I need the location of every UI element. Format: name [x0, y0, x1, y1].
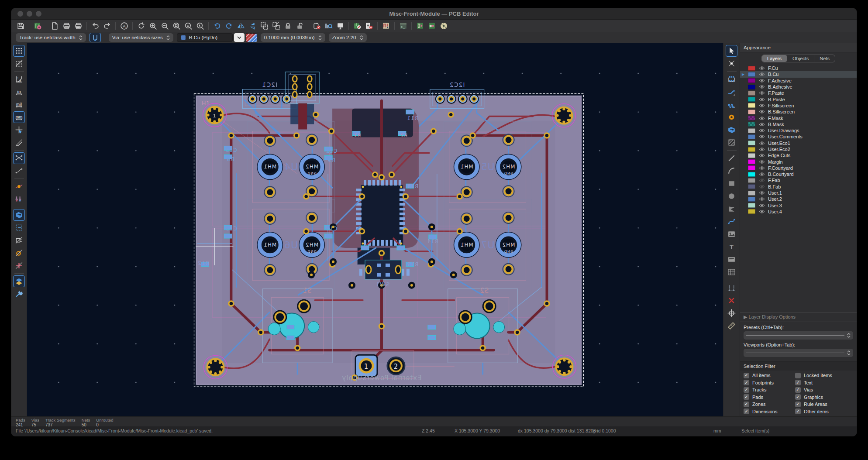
plot-button[interactable]	[72, 20, 84, 31]
filter-text[interactable]: ✓Text	[795, 380, 853, 385]
layer-row-user-eco2[interactable]: User.Eco2	[740, 146, 857, 152]
visibility-eye-icon[interactable]	[759, 122, 765, 127]
board-setup-button[interactable]	[32, 20, 43, 31]
pcb-canvas[interactable]: H11I2C1I2C2R11R1R2C13R8C12R9U4U5U6U7MH1M…	[27, 43, 723, 416]
checkbox[interactable]: ✓	[795, 409, 801, 414]
sketch-tracks[interactable]	[13, 260, 25, 271]
close-window-button[interactable]	[17, 11, 23, 17]
active-layer-select[interactable]: B.Cu (PgDn)	[177, 33, 233, 42]
layer-row-b-cu[interactable]: B.Cu	[740, 71, 857, 77]
filter-tracks[interactable]: ✓Tracks	[744, 387, 795, 393]
filter-all-items[interactable]: ✓All items	[744, 373, 795, 378]
footprint-checks-button[interactable]	[311, 20, 322, 31]
visibility-eye-icon[interactable]	[759, 116, 765, 120]
visibility-eye-icon[interactable]	[759, 85, 765, 89]
layer-row-b-fab[interactable]: B.Fab	[740, 184, 857, 190]
grid-origin-tool[interactable]	[726, 307, 737, 319]
3d-viewer-button[interactable]	[334, 20, 346, 31]
filter-graphics[interactable]: ✓Graphics	[795, 394, 853, 400]
visibility-eye-icon[interactable]	[759, 166, 765, 170]
layer-row-b-adhesive[interactable]: B.Adhesive	[740, 84, 857, 90]
layer-color-swatch[interactable]	[748, 78, 755, 83]
print-button[interactable]	[61, 20, 72, 31]
visibility-eye-icon[interactable]	[759, 191, 765, 195]
layer-color-swatch[interactable]	[748, 91, 755, 96]
layer-color-swatch[interactable]	[748, 141, 755, 145]
length-tuning-button[interactable]	[414, 20, 426, 31]
layer-pair-indicator[interactable]	[246, 33, 257, 42]
draw-arc-tool[interactable]	[726, 165, 737, 177]
filter-zones[interactable]: ✓Zones	[744, 402, 795, 407]
layer-color-swatch[interactable]	[748, 110, 755, 114]
filter-locked-items[interactable]: Locked items	[795, 373, 853, 378]
flip-vertical-button[interactable]	[247, 20, 258, 31]
zoom-select[interactable]: Zoom 2.20	[329, 33, 367, 42]
layer-color-swatch[interactable]	[748, 66, 755, 71]
redo-button[interactable]	[101, 20, 113, 31]
highlight-net-tool[interactable]	[13, 181, 25, 192]
visibility-eye-icon[interactable]	[759, 79, 765, 83]
grid-override-toggle[interactable]	[13, 58, 25, 69]
layer-row-b-silkscreen[interactable]: B.Silkscreen	[740, 109, 857, 115]
visibility-eye-icon[interactable]	[759, 185, 765, 189]
checkbox[interactable]: ✓	[795, 380, 801, 385]
visibility-eye-icon[interactable]	[759, 72, 765, 76]
draw-bezier-tool[interactable]	[726, 216, 737, 227]
visibility-eye-icon[interactable]	[759, 153, 765, 158]
track-width-select[interactable]: Track: use netclass width	[16, 33, 86, 42]
ungroup-button[interactable]	[270, 20, 282, 31]
checkbox[interactable]: ✓	[795, 387, 801, 393]
visibility-eye-icon[interactable]	[759, 97, 765, 102]
layer-row-user-eco1[interactable]: User.Eco1	[740, 140, 857, 146]
layer-color-swatch[interactable]	[748, 122, 755, 127]
checkbox[interactable]: ✓	[744, 394, 749, 400]
group-button[interactable]	[258, 20, 270, 31]
via-size-select[interactable]: Via: use netclass sizes	[109, 33, 173, 42]
drc-button[interactable]	[351, 20, 363, 31]
cursor-shape-toggle[interactable]	[13, 124, 25, 136]
layer-row-user-1[interactable]: User.1	[740, 190, 857, 196]
page-settings-button[interactable]	[49, 20, 60, 31]
layer-row-f-mask[interactable]: F.Mask	[740, 115, 857, 121]
filter-dimensions[interactable]: ✓Dimensions	[744, 409, 795, 414]
layer-row-margin[interactable]: Margin	[740, 158, 857, 165]
filter-vias[interactable]: ✓Vias	[795, 387, 853, 393]
pcb-board[interactable]: H11I2C1I2C2R11R1R2C13R8C12R9U4U5U6U7MH1M…	[27, 43, 723, 416]
checkbox[interactable]: ✓	[744, 380, 749, 385]
scripting-console-button[interactable]: >_	[397, 20, 409, 31]
layer-row-edge-cuts[interactable]: Edge.Cuts	[740, 152, 857, 158]
zone-display-outline[interactable]	[13, 222, 25, 233]
flip-horizontal-button[interactable]	[235, 20, 246, 31]
units-mils[interactable]: mil	[13, 99, 25, 110]
visibility-eye-icon[interactable]	[759, 147, 765, 151]
route-tracks-tool[interactable]	[726, 86, 737, 98]
layer-color-swatch[interactable]	[748, 159, 755, 164]
layer-color-swatch[interactable]	[748, 191, 755, 196]
layer-row-f-paste[interactable]: F.Paste	[740, 90, 857, 96]
layer-row-f-adhesive[interactable]: F.Adhesive	[740, 78, 857, 84]
ratsnest-curved[interactable]	[13, 165, 25, 177]
visibility-eye-icon[interactable]	[759, 178, 765, 182]
visibility-eye-icon[interactable]	[759, 128, 765, 133]
place-footprint-tool[interactable]	[726, 73, 737, 85]
sketch-footprints[interactable]	[13, 234, 25, 246]
zoom-selection-button[interactable]	[194, 20, 206, 31]
zoom-fit-objects-button[interactable]	[183, 20, 194, 31]
tab-nets[interactable]: Nets	[814, 55, 835, 62]
filter-pads[interactable]: ✓Pads	[744, 394, 795, 400]
draw-zone-tool[interactable]	[726, 124, 737, 136]
visibility-eye-icon[interactable]	[759, 134, 765, 139]
checkbox[interactable]	[795, 373, 801, 378]
layer-color-swatch[interactable]	[748, 153, 755, 158]
visibility-eye-icon[interactable]	[759, 203, 765, 208]
local-ratsnest-tool[interactable]	[726, 58, 737, 69]
maximize-window-button[interactable]	[36, 11, 41, 17]
place-textbox-tool[interactable]	[726, 254, 737, 265]
visibility-eye-icon[interactable]	[759, 66, 765, 70]
viewports-select[interactable]	[744, 349, 853, 357]
tune-length-tool[interactable]	[726, 99, 737, 110]
tab-objects[interactable]: Objects	[787, 55, 814, 62]
polar-coords-toggle[interactable]: rθ	[13, 73, 25, 85]
layer-color-swatch[interactable]	[748, 85, 755, 89]
visibility-eye-icon[interactable]	[759, 91, 765, 95]
